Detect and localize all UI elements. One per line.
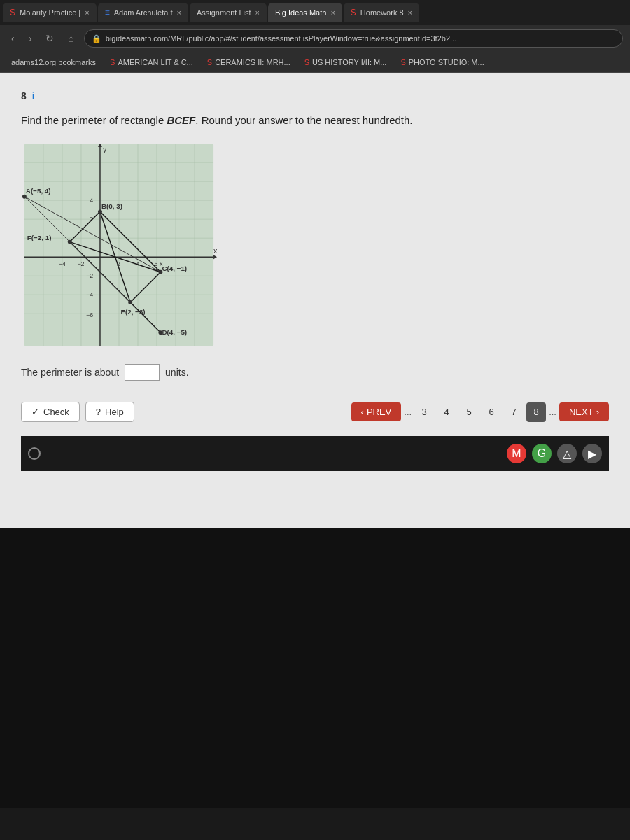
taskbar-icons: M G △ ▶	[507, 444, 602, 463]
answer-suffix-text: units.	[165, 367, 188, 378]
back-button[interactable]: ‹	[7, 31, 19, 46]
tab-bar: S Molarity Practice | × ≡ Adam Archuleta…	[0, 0, 630, 25]
tab-label-assignment: Assignment List	[197, 8, 251, 17]
svg-text:F(−2, 1): F(−2, 1)	[27, 234, 52, 241]
tab-close-assignment[interactable]: ×	[255, 8, 260, 17]
svg-text:−2: −2	[86, 272, 93, 279]
question-text-part2: . Round your answer to the nearest hundr…	[195, 114, 412, 126]
svg-text:C(4, −1): C(4, −1)	[162, 265, 187, 272]
svg-text:A(−5, 4): A(−5, 4)	[26, 187, 51, 195]
question-container: Find the perimeter of rectangle BCEF. Ro…	[21, 113, 609, 127]
taskbar-docs-icon[interactable]: ▶	[582, 444, 602, 463]
page-content: 8 i Find the perimeter of rectangle BCEF…	[0, 73, 630, 528]
icon-8: 8	[21, 90, 27, 102]
svg-point-44	[22, 195, 27, 199]
next-arrow: ›	[596, 407, 599, 417]
svg-text:E(2, −3): E(2, −3)	[120, 308, 145, 316]
tab-label-adam: Adam Archuleta f	[114, 8, 173, 17]
answer-area: The perimeter is about units.	[21, 364, 609, 381]
bookmark-american-lit[interactable]: S AMERICAN LIT & C...	[104, 57, 199, 68]
tab-icon-homework: S	[351, 8, 356, 18]
taskbar-gmail-icon[interactable]: M	[507, 444, 526, 463]
help-icon: ?	[96, 407, 101, 417]
reload-button[interactable]: ↻	[41, 31, 58, 46]
tab-homework[interactable]: S Homework 8 ×	[344, 3, 419, 22]
bookmark-label-history: US HISTORY I/II: M...	[312, 58, 386, 66]
page-6[interactable]: 6	[482, 402, 501, 422]
taskbar-google-icon[interactable]: G	[532, 444, 552, 463]
url-bar[interactable]: 🔒 bigideasmath.com/MRL/public/app/#/stud…	[84, 29, 623, 48]
page-8[interactable]: 8	[526, 402, 546, 422]
url-text: bigideasmath.com/MRL/public/app/#/studen…	[106, 34, 456, 43]
bookmark-adams12[interactable]: adams12.org bookmarks	[6, 57, 102, 68]
tab-close-homework[interactable]: ×	[408, 8, 412, 17]
taskbar-circle[interactable]	[28, 447, 41, 460]
bookmark-label-photo: PHOTO STUDIO: M...	[409, 58, 484, 66]
svg-text:B(0, 3): B(0, 3)	[102, 202, 122, 210]
tab-icon-adam: ≡	[105, 8, 110, 18]
page-4[interactable]: 4	[437, 402, 456, 422]
bookmark-photo-studio[interactable]: S PHOTO STUDIO: M...	[395, 57, 489, 68]
svg-text:y: y	[103, 145, 107, 153]
tab-close-bigideas[interactable]: ×	[330, 8, 335, 17]
tab-label-bigideas: Big Ideas Math	[275, 8, 326, 17]
help-button[interactable]: ? Help	[85, 402, 134, 422]
dots-before: ...	[404, 407, 412, 417]
page-3[interactable]: 3	[414, 402, 434, 422]
browser-chrome: S Molarity Practice | × ≡ Adam Archuleta…	[0, 0, 630, 73]
tab-adam[interactable]: ≡ Adam Archuleta f ×	[98, 3, 188, 22]
svg-text:4: 4	[90, 197, 93, 204]
page-7[interactable]: 7	[504, 402, 524, 422]
svg-marker-21	[214, 255, 217, 259]
address-bar: ‹ › ↻ ⌂ 🔒 bigideasmath.com/MRL/public/ap…	[0, 25, 630, 52]
bookmark-icon-photo: S	[400, 58, 405, 66]
answer-input[interactable]	[125, 364, 160, 381]
question-shape: BCEF	[167, 114, 195, 126]
prev-arrow: ‹	[361, 407, 364, 417]
next-button[interactable]: NEXT ›	[559, 402, 609, 421]
bookmark-icon-history: S	[304, 58, 309, 66]
coordinate-graph: x y −2 −4 2 4 6 x 2 4 −2 −4 −6	[21, 140, 217, 350]
tab-assignment[interactable]: Assignment List ×	[190, 3, 267, 22]
svg-text:−4: −4	[86, 291, 93, 298]
tab-molarity[interactable]: S Molarity Practice | ×	[3, 3, 97, 22]
answer-prefix-text: The perimeter is about	[21, 367, 119, 378]
dots-after: ...	[549, 407, 556, 417]
check-label: Check	[43, 407, 69, 417]
prev-label: PREV	[367, 407, 391, 417]
bookmark-label-ceramics: CERAMICS II: MRH...	[215, 58, 290, 66]
tab-label-molarity: Molarity Practice |	[20, 8, 80, 17]
taskbar: M G △ ▶	[21, 436, 609, 471]
svg-text:−6: −6	[86, 312, 93, 318]
next-label: NEXT	[569, 407, 594, 417]
pagination: ‹ PREV ... 3 4 5 6 7 8 ... NEXT ›	[351, 402, 609, 422]
dark-region	[0, 528, 630, 808]
svg-point-49	[68, 240, 72, 244]
graph-svg: x y −2 −4 2 4 6 x 2 4 −2 −4 −6	[21, 140, 217, 350]
svg-text:x: x	[214, 246, 217, 255]
bookmark-ceramics[interactable]: S CERAMICS II: MRH...	[202, 57, 296, 68]
prev-button[interactable]: ‹ PREV	[351, 402, 402, 421]
tab-icon-molarity: S	[10, 8, 15, 18]
lock-icon: 🔒	[92, 34, 102, 43]
check-icon: ✓	[31, 407, 39, 417]
tab-close-adam[interactable]: ×	[176, 8, 181, 17]
bookmark-label-adams12: adams12.org bookmarks	[11, 58, 96, 66]
tab-label-homework: Homework 8	[360, 8, 404, 17]
tab-bigideas[interactable]: Big Ideas Math ×	[268, 3, 342, 22]
bookmark-us-history[interactable]: S US HISTORY I/II: M...	[299, 57, 393, 68]
nav-buttons-left: ✓ Check ? Help	[21, 402, 134, 422]
home-button[interactable]: ⌂	[64, 31, 78, 46]
help-label: Help	[105, 407, 124, 417]
svg-text:D(4, −5): D(4, −5)	[162, 328, 187, 336]
bookmark-label-american: AMERICAN LIT & C...	[118, 58, 192, 66]
page-5[interactable]: 5	[459, 402, 479, 422]
check-button[interactable]: ✓ Check	[21, 402, 80, 422]
tab-close-molarity[interactable]: ×	[85, 8, 89, 17]
taskbar-drive-icon[interactable]: △	[557, 444, 577, 463]
bookmark-icon-american: S	[110, 58, 115, 66]
svg-text:−2: −2	[77, 260, 84, 267]
icon-i[interactable]: i	[32, 90, 35, 102]
forward-button[interactable]: ›	[24, 31, 36, 46]
svg-text:−4: −4	[59, 260, 66, 267]
